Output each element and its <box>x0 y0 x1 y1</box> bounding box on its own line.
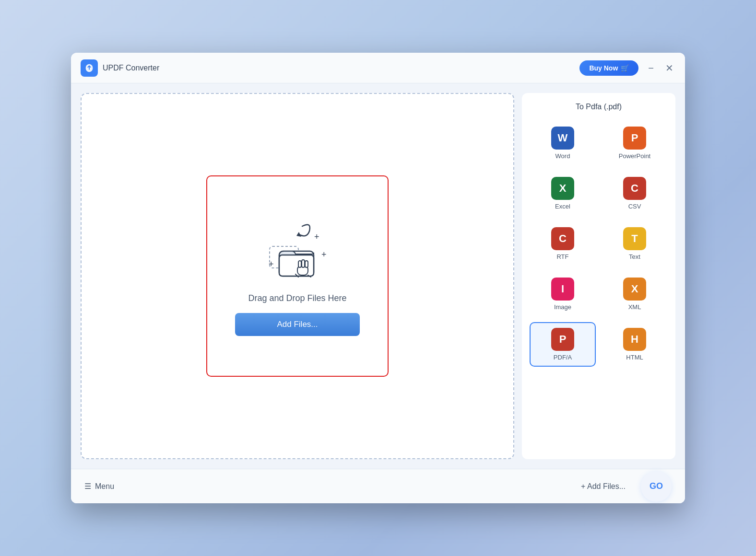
format-grid: W Word P PowerPoint X Excel C CSV <box>530 121 668 367</box>
text-icon: T <box>623 227 646 250</box>
xml-label: XML <box>628 303 641 311</box>
image-label: Image <box>554 303 571 311</box>
footer-add-files-button[interactable]: + Add Files... <box>581 482 626 491</box>
app-logo <box>81 59 98 77</box>
svg-text:+: + <box>314 232 319 242</box>
pdfa-icon: P <box>551 328 574 351</box>
panel-title: To Pdfa (.pdf) <box>530 103 668 111</box>
buy-now-button[interactable]: Buy Now 🛒 <box>579 60 638 76</box>
image-icon: I <box>551 278 574 301</box>
format-item-csv[interactable]: C CSV <box>602 171 668 216</box>
format-item-html[interactable]: H HTML <box>602 322 668 367</box>
powerpoint-label: PowerPoint <box>619 152 650 160</box>
app-window: UPDF Converter Buy Now 🛒 − ✕ + <box>71 53 685 503</box>
titlebar: UPDF Converter Buy Now 🛒 − ✕ <box>71 53 685 83</box>
app-title: UPDF Converter <box>103 64 579 72</box>
svg-rect-8 <box>298 261 301 267</box>
html-label: HTML <box>626 354 643 361</box>
svg-marker-0 <box>296 232 301 237</box>
footer: ☰ Menu + Add Files... GO <box>71 469 685 503</box>
xml-icon: X <box>623 278 646 301</box>
format-item-rtf[interactable]: C RTF <box>530 221 596 266</box>
svg-rect-9 <box>302 260 305 267</box>
text-label: Text <box>629 253 640 260</box>
cart-icon: 🛒 <box>621 64 629 72</box>
content-area: + + + <box>71 83 685 469</box>
main-panel: + + + <box>81 93 514 459</box>
drop-illustration: + + + <box>259 217 336 284</box>
rtf-label: RTF <box>556 253 568 260</box>
close-button[interactable]: ✕ <box>663 61 675 75</box>
format-item-text[interactable]: T Text <box>602 221 668 266</box>
format-item-powerpoint[interactable]: P PowerPoint <box>602 121 668 165</box>
word-icon: W <box>551 127 574 150</box>
html-icon: H <box>623 328 646 351</box>
svg-rect-6 <box>279 255 314 276</box>
excel-icon: X <box>551 177 574 200</box>
hamburger-icon: ☰ <box>84 482 91 491</box>
menu-button[interactable]: ☰ Menu <box>84 482 114 491</box>
format-item-word[interactable]: W Word <box>530 121 596 165</box>
excel-label: Excel <box>555 203 570 210</box>
format-item-excel[interactable]: X Excel <box>530 171 596 216</box>
drop-zone[interactable]: + + + <box>206 175 389 377</box>
csv-label: CSV <box>628 203 641 210</box>
format-item-pdfa[interactable]: P PDF/A <box>530 322 596 367</box>
go-button[interactable]: GO <box>641 471 672 502</box>
format-item-image[interactable]: I Image <box>530 272 596 316</box>
window-controls: − ✕ <box>646 61 675 75</box>
csv-icon: C <box>623 177 646 200</box>
format-item-xml[interactable]: X XML <box>602 272 668 316</box>
minimize-button[interactable]: − <box>646 61 656 75</box>
pdfa-label: PDF/A <box>554 354 572 361</box>
svg-text:+: + <box>321 250 327 259</box>
svg-rect-10 <box>305 261 308 267</box>
right-panel: To Pdfa (.pdf) W Word P PowerPoint X Exc… <box>522 93 675 459</box>
add-files-button[interactable]: Add Files... <box>235 313 360 336</box>
powerpoint-icon: P <box>623 127 646 150</box>
rtf-icon: C <box>551 227 574 250</box>
drag-drop-text: Drag and Drop Files Here <box>248 293 346 303</box>
word-label: Word <box>555 152 570 160</box>
